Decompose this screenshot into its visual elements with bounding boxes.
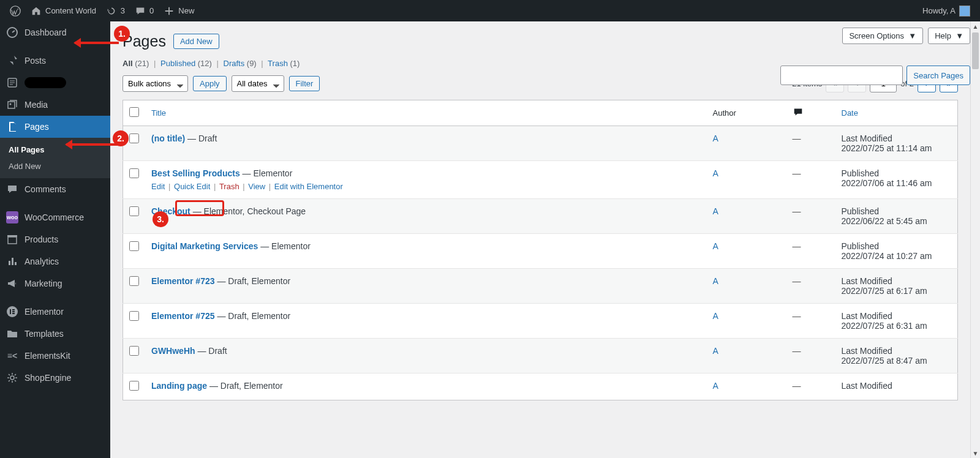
row-author[interactable]: A: [713, 276, 718, 286]
new-link[interactable]: New: [159, 0, 199, 21]
view-trash[interactable]: Trash (1): [268, 59, 300, 68]
select-all-checkbox[interactable]: [129, 107, 139, 117]
menu-posts[interactable]: Posts: [0, 50, 110, 72]
row-author[interactable]: A: [713, 206, 718, 216]
row-checkbox[interactable]: [129, 311, 139, 321]
add-new-button[interactable]: Add New: [173, 34, 219, 49]
menu-shopengine[interactable]: ShopEngine: [0, 367, 110, 389]
gear-cart-icon: [6, 372, 18, 384]
apply-button[interactable]: Apply: [193, 76, 227, 91]
refresh-icon: [106, 6, 117, 17]
menu-comments[interactable]: Comments: [0, 178, 110, 200]
action-edit[interactable]: Edit: [151, 182, 165, 191]
elementor-icon: [6, 306, 18, 318]
row-checkbox[interactable]: [129, 133, 139, 143]
scroll-up-icon[interactable]: ▲: [971, 21, 980, 31]
site-link[interactable]: Content World: [26, 0, 101, 21]
form-icon: [6, 77, 18, 89]
row-author[interactable]: A: [713, 241, 718, 251]
menu-media[interactable]: Media: [0, 94, 110, 116]
col-title[interactable]: Title: [151, 108, 166, 118]
search-button[interactable]: Search Pages: [907, 66, 970, 85]
row-title-link[interactable]: (no title): [151, 133, 185, 143]
filter-button[interactable]: Filter: [289, 76, 320, 91]
row-checkbox[interactable]: [129, 346, 139, 356]
row-checkbox[interactable]: [129, 276, 139, 286]
search-input[interactable]: [780, 66, 903, 85]
action-edit-elementor[interactable]: Edit with Elementor: [274, 182, 343, 191]
row-title-link[interactable]: Elementor #725: [151, 311, 215, 321]
updates-link[interactable]: 3: [101, 0, 130, 21]
callout-1: 1.: [114, 26, 130, 42]
action-trash[interactable]: Trash: [219, 182, 239, 191]
row-date: 2022/06/22 at 5:45 am: [842, 216, 927, 226]
col-date[interactable]: Date: [842, 108, 858, 118]
row-author[interactable]: A: [713, 311, 718, 321]
bulk-actions-select[interactable]: Bulk actions: [123, 75, 188, 92]
comments-link[interactable]: 0: [130, 0, 159, 21]
screen-options-button[interactable]: Screen Options ▼: [842, 28, 923, 44]
date-filter-select[interactable]: All dates: [232, 75, 284, 92]
menu-redacted[interactable]: [0, 72, 110, 94]
row-title-link[interactable]: Digital Marketing Services: [151, 241, 258, 251]
scroll-down-icon[interactable]: ▼: [971, 448, 980, 458]
svg-point-3: [10, 103, 12, 105]
wp-logo[interactable]: [5, 0, 26, 21]
row-title-link[interactable]: Landing page: [151, 381, 207, 391]
action-quick-edit[interactable]: Quick Edit: [174, 182, 210, 191]
menu-elementskit[interactable]: ≡<ElementsKit: [0, 345, 110, 367]
row-title-link[interactable]: Best Selling Products: [151, 168, 240, 178]
row-meta: — Elementor: [240, 168, 293, 178]
ekit-icon: ≡<: [6, 350, 18, 362]
row-comments: —: [793, 311, 801, 321]
pages-table: Title Author Date (no title) — DraftA—La…: [123, 100, 958, 400]
view-drafts[interactable]: Drafts (9): [224, 59, 257, 68]
help-button[interactable]: Help ▼: [928, 28, 970, 44]
row-comments: —: [793, 168, 801, 178]
row-comments: —: [793, 346, 801, 356]
row-title-link[interactable]: GWHweHh: [151, 346, 195, 356]
menu-analytics[interactable]: Analytics: [0, 250, 110, 272]
plus-icon: [164, 6, 175, 17]
row-status: Last Modified: [842, 311, 892, 321]
row-title-link[interactable]: Elementor #723: [151, 276, 215, 286]
row-actions: Edit | Quick Edit | Trash | View | Edit …: [151, 182, 701, 191]
row-checkbox[interactable]: [129, 206, 139, 216]
action-view[interactable]: View: [248, 182, 265, 191]
menu-marketing[interactable]: Marketing: [0, 272, 110, 295]
menu-woocommerce[interactable]: wooWooCommerce: [0, 206, 110, 228]
svg-rect-7: [10, 309, 11, 314]
scroll-thumb[interactable]: [972, 32, 979, 69]
row-date: 2022/07/25 at 8:47 am: [842, 356, 927, 366]
menu-templates[interactable]: Templates: [0, 323, 110, 345]
row-author[interactable]: A: [713, 381, 718, 391]
howdy-link[interactable]: Howdy, A: [918, 0, 975, 21]
row-author[interactable]: A: [713, 346, 718, 356]
row-checkbox[interactable]: [129, 241, 139, 251]
view-published[interactable]: Published (12): [160, 59, 212, 68]
view-all[interactable]: All: [123, 59, 133, 68]
table-row: Elementor #723 — Draft, ElementorA—Last …: [123, 269, 958, 304]
row-checkbox[interactable]: [129, 168, 139, 178]
gauge-icon: [6, 26, 18, 39]
row-status: Published: [842, 206, 880, 216]
row-meta: — Draft: [185, 133, 217, 143]
row-date: 2022/07/25 at 6:17 am: [842, 286, 927, 296]
table-row: Digital Marketing Services — ElementorA—…: [123, 234, 958, 269]
table-row: GWHweHh — DraftA—Last Modified2022/07/25…: [123, 339, 958, 374]
megaphone-icon: [6, 277, 18, 290]
menu-pages[interactable]: Pages: [0, 116, 110, 138]
row-author[interactable]: A: [713, 133, 718, 143]
menu-dashboard[interactable]: Dashboard: [0, 21, 110, 43]
row-meta: — Draft, Elementor: [215, 276, 291, 286]
row-date: 2022/07/25 at 11:14 am: [842, 143, 932, 153]
menu-products[interactable]: Products: [0, 228, 110, 250]
svg-point-11: [10, 376, 14, 380]
media-icon: [6, 99, 18, 111]
row-checkbox[interactable]: [129, 381, 139, 391]
chart-icon: [6, 255, 18, 268]
menu-elementor[interactable]: Elementor: [0, 301, 110, 323]
vertical-scrollbar[interactable]: ▲ ▼: [970, 21, 980, 458]
submenu-add-new[interactable]: Add New: [0, 158, 110, 175]
row-author[interactable]: A: [713, 168, 718, 178]
